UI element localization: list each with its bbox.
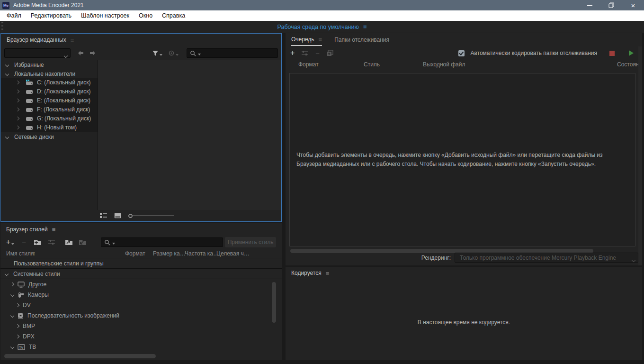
tree-item-drive-e[interactable]: E: (Локальный диск) bbox=[1, 96, 98, 105]
chevron-right-icon[interactable] bbox=[16, 335, 19, 338]
add-preset-button[interactable]: + bbox=[4, 238, 16, 246]
panel-menu-icon[interactable]: ≡ bbox=[319, 36, 322, 42]
panel-menu-icon[interactable]: ≡ bbox=[71, 37, 74, 43]
media-browser-body: Избранные Локальные накопители C: (Локал… bbox=[1, 60, 281, 210]
drive-icon bbox=[26, 98, 33, 103]
tab-queue[interactable]: Очередь ≡ bbox=[291, 33, 322, 46]
menu-window[interactable]: Окно bbox=[134, 10, 157, 21]
duplicate-button[interactable] bbox=[326, 50, 333, 56]
column-output-file[interactable]: Выходной файл bbox=[423, 61, 465, 68]
chevron-right-icon[interactable] bbox=[16, 324, 19, 328]
auto-encode-checkbox[interactable] bbox=[458, 50, 465, 56]
vertical-scrollbar-track[interactable] bbox=[638, 46, 642, 265]
sort-ascending-icon[interactable]: ↑ bbox=[33, 250, 36, 257]
restore-button[interactable] bbox=[600, 0, 622, 10]
list-view-button[interactable] bbox=[100, 213, 107, 218]
menu-help[interactable]: Справка bbox=[157, 10, 190, 21]
media-content-area[interactable] bbox=[98, 60, 281, 210]
tree-item-network-drives[interactable]: Сетевые диски bbox=[1, 132, 98, 141]
chevron-right-icon[interactable] bbox=[16, 81, 19, 84]
thumbnail-view-button[interactable] bbox=[114, 213, 121, 218]
column-format[interactable]: Формат bbox=[298, 61, 319, 68]
tree-item-drive-f[interactable]: F: (Локальный диск) bbox=[1, 105, 98, 114]
chevron-right-icon[interactable] bbox=[16, 117, 19, 120]
vertical-scrollbar[interactable] bbox=[272, 282, 276, 323]
preset-category-other[interactable]: Другое bbox=[0, 279, 282, 290]
chevron-right-icon[interactable] bbox=[10, 282, 14, 286]
preset-category-bmp[interactable]: BMP bbox=[0, 321, 282, 331]
chevron-right-icon[interactable] bbox=[16, 108, 19, 111]
tree-item-drive-d[interactable]: D: (Локальный диск) bbox=[1, 87, 98, 96]
renderer-select[interactable]: Только программное обеспечение Mercury P… bbox=[455, 253, 638, 263]
column-preset[interactable]: Стиль bbox=[364, 61, 380, 68]
tree-item-favorites[interactable]: Избранные bbox=[1, 60, 98, 69]
remove-item-button[interactable]: − bbox=[315, 50, 320, 57]
search-options-icon[interactable] bbox=[198, 54, 201, 55]
preset-category-image-sequence[interactable]: Последовательность изображений bbox=[0, 310, 282, 321]
chevron-right-icon[interactable] bbox=[16, 90, 19, 93]
panel-menu-icon[interactable]: ≡ bbox=[326, 270, 330, 276]
column-frame-size[interactable]: Размер ка… bbox=[153, 250, 186, 257]
chevron-down-icon[interactable] bbox=[5, 72, 9, 75]
tab-watch-folders[interactable]: Папки отслеживания bbox=[334, 33, 389, 46]
forward-button[interactable] bbox=[89, 50, 96, 56]
search-options-icon[interactable] bbox=[112, 243, 115, 245]
preset-browser-toolbar: + − Применить стиль bbox=[0, 236, 282, 249]
preset-settings-button[interactable] bbox=[45, 239, 57, 246]
column-format[interactable]: Формат bbox=[125, 250, 145, 257]
column-target-rate[interactable]: Целевая ч… bbox=[216, 250, 250, 257]
remove-preset-button[interactable]: − bbox=[18, 239, 30, 246]
menu-file[interactable]: Файл bbox=[2, 10, 26, 21]
media-source-select[interactable] bbox=[4, 48, 71, 58]
preset-search-input[interactable] bbox=[101, 237, 223, 247]
import-preset-button[interactable] bbox=[63, 239, 75, 246]
horizontal-scrollbar[interactable] bbox=[4, 354, 156, 358]
drive-icon bbox=[26, 116, 33, 121]
chevron-down-icon[interactable] bbox=[5, 135, 9, 138]
filter-button[interactable] bbox=[152, 50, 162, 56]
column-frame-rate[interactable]: Частота ка… bbox=[185, 250, 219, 257]
preset-group-user[interactable]: Пользовательские стили и группы bbox=[0, 258, 282, 269]
chevron-down-icon[interactable] bbox=[10, 314, 14, 318]
chevron-right-icon[interactable] bbox=[16, 303, 19, 307]
search-icon bbox=[190, 50, 196, 56]
add-output-button[interactable] bbox=[301, 50, 309, 56]
add-source-button[interactable]: + bbox=[290, 49, 295, 57]
chevron-right-icon[interactable] bbox=[16, 126, 19, 129]
chevron-down-icon[interactable] bbox=[10, 345, 14, 349]
chevron-down-icon[interactable] bbox=[5, 63, 9, 66]
close-button[interactable]: × bbox=[622, 0, 644, 10]
preset-category-dpx[interactable]: DPX bbox=[0, 331, 282, 342]
minimize-button[interactable] bbox=[579, 0, 600, 10]
menu-preset[interactable]: Шаблон настроек bbox=[76, 10, 134, 21]
thumbnail-zoom-slider[interactable] bbox=[128, 214, 174, 218]
nav-arrows bbox=[77, 50, 96, 56]
preset-category-tv[interactable]: TV ТВ bbox=[0, 342, 282, 352]
media-search-input[interactable] bbox=[187, 48, 278, 58]
tree-item-local-drives[interactable]: Локальные накопители bbox=[1, 69, 98, 78]
menu-edit[interactable]: Редактировать bbox=[26, 10, 76, 21]
new-preset-group-button[interactable] bbox=[32, 239, 44, 246]
tree-item-drive-h[interactable]: H: (Новый том) bbox=[1, 123, 98, 132]
drag-grip-icon[interactable] bbox=[1, 22, 3, 31]
preset-category-cameras[interactable]: Камеры bbox=[0, 290, 282, 300]
tree-item-drive-g[interactable]: G: (Локальный диск) bbox=[1, 114, 98, 123]
preset-category-dv[interactable]: DV bbox=[0, 300, 282, 310]
export-preset-button[interactable] bbox=[77, 239, 89, 246]
column-preset-name[interactable]: Имя стиля bbox=[6, 250, 34, 257]
ingest-settings-button[interactable] bbox=[168, 50, 179, 56]
workspace-menu-icon[interactable]: ≡ bbox=[363, 24, 367, 30]
back-button[interactable] bbox=[77, 50, 84, 56]
stop-queue-button[interactable] bbox=[609, 51, 615, 56]
tree-item-drive-c[interactable]: C: (Локальный диск) bbox=[1, 78, 98, 87]
workspace-switcher[interactable]: Рабочая среда по умолчанию ≡ bbox=[277, 21, 367, 33]
panel-menu-icon[interactable]: ≡ bbox=[52, 227, 56, 233]
apply-preset-button[interactable]: Применить стиль bbox=[225, 237, 276, 247]
start-queue-button[interactable] bbox=[629, 50, 634, 56]
chevron-right-icon[interactable] bbox=[16, 99, 19, 102]
chevron-down-icon[interactable] bbox=[5, 272, 9, 275]
preset-group-system[interactable]: Системные стили bbox=[0, 269, 282, 279]
queue-drop-area[interactable]: Чтобы добавить элементы в очередь, нажми… bbox=[289, 73, 635, 246]
chevron-down-icon[interactable] bbox=[10, 293, 14, 297]
slider-knob[interactable] bbox=[128, 214, 133, 218]
